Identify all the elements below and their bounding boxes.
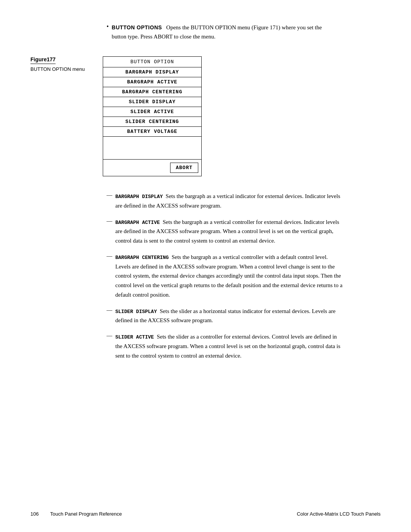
desc-text-slider-active: SLIDER ACTIVE Sets the slider as a contr… [115, 332, 344, 360]
dash-1: — [107, 192, 112, 198]
dash-4: — [107, 307, 112, 313]
desc-text-bargraph-centering: BARGRAPH CENTERING Sets the bargraph as … [115, 252, 344, 300]
footer: 106 Touch Panel Program Reference Color … [30, 511, 381, 517]
footer-left-text: Touch Panel Program Reference [50, 511, 122, 517]
dash-5: — [107, 332, 112, 339]
desc-item-bargraph-centering: — BARGRAPH CENTERING Sets the bargraph a… [107, 252, 381, 300]
desc-item-slider-display: — SLIDER DISPLAY Sets the slider as a ho… [107, 307, 381, 326]
desc-label-slider-active: SLIDER ACTIVE [115, 334, 154, 340]
desc-item-slider-active: — SLIDER ACTIVE Sets the slider as a con… [107, 332, 381, 360]
desc-body-bargraph-centering: Sets the bargraph as a vertical controll… [115, 254, 342, 298]
figure-caption: BUTTON OPTION menu [30, 66, 103, 72]
desc-label-bargraph-display: BARGRAPH DISPLAY [115, 194, 163, 200]
desc-text-bargraph-active: BARGRAPH ACTIVE Sets the bargraph as a v… [115, 217, 344, 246]
menu-box: BUTTON OPTION BARGRAPH DISPLAY BARGRAPH … [103, 56, 202, 176]
figure-section: Figure177 BUTTON OPTION menu BUTTON OPTI… [30, 56, 381, 176]
footer-left: 106 Touch Panel Program Reference [30, 511, 122, 517]
figure-number: Figure177 [30, 56, 56, 64]
bullet-item: • BUTTON OPTIONS Opens the BUTTON OPTION… [107, 23, 381, 41]
desc-text-bargraph-display: BARGRAPH DISPLAY Sets the bargraph as a … [115, 192, 344, 211]
menu-item-battery-voltage[interactable]: BATTERY VOLTAGE [103, 127, 201, 137]
menu-item-slider-active[interactable]: SLIDER ACTIVE [103, 107, 201, 117]
menu-abort-row: ABORT [103, 160, 201, 176]
menu-item-bargraph-active[interactable]: BARGRAPH ACTIVE [103, 77, 201, 87]
button-options-label: BUTTON OPTIONS [112, 24, 162, 30]
desc-text-slider-display: SLIDER DISPLAY Sets the slider as a hori… [115, 307, 344, 326]
menu-item-bargraph-centering[interactable]: BARGRAPH CENTERING [103, 87, 201, 97]
desc-item-bargraph-display: — BARGRAPH DISPLAY Sets the bargraph as … [107, 192, 381, 211]
bullet-dot: • [107, 23, 109, 30]
abort-button[interactable]: ABORT [170, 163, 198, 173]
page: • BUTTON OPTIONS Opens the BUTTON OPTION… [0, 0, 411, 532]
dash-3: — [107, 253, 112, 259]
desc-label-bargraph-centering: BARGRAPH CENTERING [115, 255, 169, 260]
menu-item-slider-display[interactable]: SLIDER DISPLAY [103, 97, 201, 107]
desc-label-slider-display: SLIDER DISPLAY [115, 309, 157, 315]
desc-section: — BARGRAPH DISPLAY Sets the bargraph as … [107, 192, 381, 360]
dash-2: — [107, 218, 112, 224]
desc-label-bargraph-active: BARGRAPH ACTIVE [115, 220, 160, 225]
footer-right-text: Color Active-Matrix LCD Touch Panels [297, 511, 381, 517]
bullet-section: • BUTTON OPTIONS Opens the BUTTON OPTION… [107, 23, 381, 41]
menu-item-slider-centering[interactable]: SLIDER CENTERING [103, 117, 201, 127]
figure-label-col: Figure177 BUTTON OPTION menu [30, 56, 103, 72]
menu-spacer [103, 137, 201, 160]
bullet-text: BUTTON OPTIONS Opens the BUTTON OPTION m… [112, 23, 333, 41]
page-number: 106 [30, 511, 39, 517]
desc-item-bargraph-active: — BARGRAPH ACTIVE Sets the bargraph as a… [107, 217, 381, 246]
menu-item-bargraph-display[interactable]: BARGRAPH DISPLAY [103, 67, 201, 77]
menu-title: BUTTON OPTION [103, 57, 201, 67]
